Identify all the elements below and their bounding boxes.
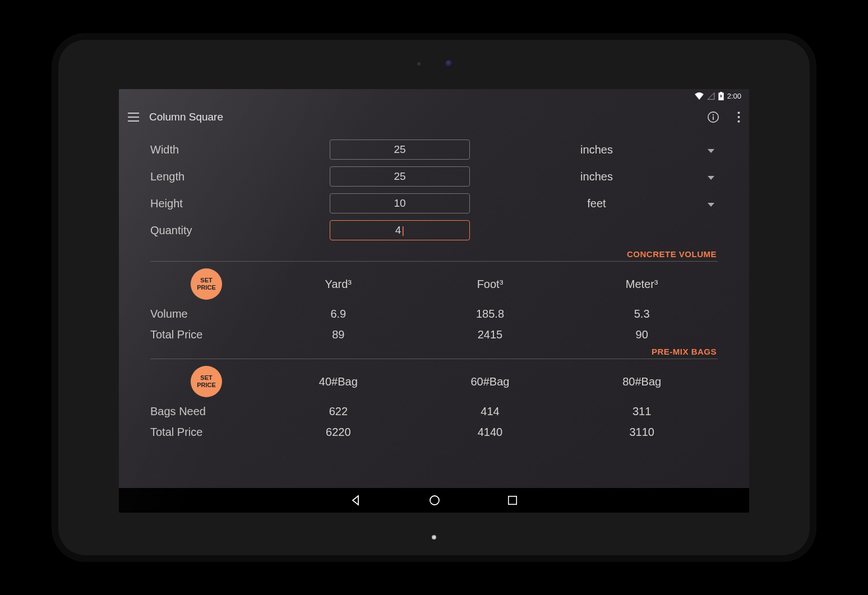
clock: 2:00 — [727, 92, 741, 100]
recents-button[interactable] — [507, 495, 518, 505]
android-navbar — [119, 488, 749, 513]
bags-col-60: 60#Bag — [414, 375, 566, 388]
bags-60: 414 — [414, 405, 566, 418]
premix-bags-title: PRE-MIX BAGS — [150, 347, 718, 356]
height-unit-select[interactable]: feet — [475, 197, 718, 210]
bags-80: 311 — [566, 405, 718, 418]
volume-yard: 6.9 — [262, 308, 414, 320]
width-row: Width inches — [150, 136, 718, 163]
concrete-volume-title: CONCRETE VOLUME — [150, 249, 718, 259]
chevron-down-icon — [708, 170, 714, 183]
volume-col-foot: Foot³ — [414, 278, 566, 291]
svg-point-5 — [738, 111, 740, 114]
svg-point-6 — [738, 116, 740, 118]
divider — [150, 359, 718, 359]
bagsneed-row-label: Bags Need — [150, 405, 262, 418]
bagsprice-60: 4140 — [414, 426, 566, 439]
divider — [150, 261, 718, 262]
svg-point-7 — [738, 120, 740, 123]
status-bar: 2:00 — [119, 89, 749, 103]
home-button[interactable] — [429, 495, 440, 506]
totalprice-yard: 89 — [262, 328, 414, 341]
totalprice-meter: 90 — [566, 328, 718, 341]
totalprice-row-label: Total Price — [150, 328, 262, 341]
quantity-label: Quantity — [150, 224, 324, 237]
volume-foot: 185.8 — [414, 308, 566, 320]
volume-col-yard: Yard³ — [262, 278, 414, 291]
volume-table: SET PRICE Yard³ Foot³ Meter³ Volume 6.9 … — [150, 268, 718, 341]
svg-point-3 — [713, 114, 714, 115]
length-unit: inches — [580, 170, 613, 183]
chevron-down-icon — [708, 197, 714, 210]
volume-col-meter: Meter³ — [566, 278, 718, 291]
bagsprice-40: 6220 — [262, 426, 414, 439]
totalprice-foot: 2415 — [414, 328, 566, 341]
info-icon[interactable] — [707, 111, 719, 123]
height-label: Height — [150, 197, 324, 210]
app-toolbar: Column Square — [119, 103, 749, 132]
set-price-volume-button[interactable]: SET PRICE — [191, 268, 222, 300]
bags-col-40: 40#Bag — [262, 375, 414, 388]
volume-row-label: Volume — [150, 308, 262, 320]
width-unit-select[interactable]: inches — [475, 143, 718, 156]
volume-meter: 5.3 — [566, 308, 718, 320]
width-input[interactable] — [330, 140, 470, 160]
width-unit: inches — [580, 143, 613, 156]
front-camera — [445, 60, 453, 68]
chevron-down-icon — [708, 143, 714, 156]
bags-totalprice-row-label: Total Price — [150, 426, 262, 439]
bags-col-80: 80#Bag — [566, 375, 718, 388]
tablet-frame: 2:00 Column Square Width inches — [58, 40, 810, 555]
overflow-menu-icon[interactable] — [737, 111, 740, 123]
length-input[interactable] — [330, 166, 470, 187]
height-row: Height feet — [150, 190, 718, 217]
length-unit-select[interactable]: inches — [475, 170, 718, 183]
quantity-input[interactable]: 4 — [330, 220, 470, 240]
menu-icon[interactable] — [128, 113, 139, 122]
height-input[interactable] — [330, 193, 470, 213]
svg-rect-1 — [720, 92, 722, 93]
wifi-icon — [695, 92, 704, 100]
svg-point-8 — [430, 496, 439, 505]
bezel-sensor — [417, 62, 421, 66]
home-indicator — [432, 535, 436, 540]
content-area: Width inches Length inches — [119, 132, 749, 488]
height-unit: feet — [587, 197, 606, 210]
back-button[interactable] — [350, 495, 362, 506]
length-label: Length — [150, 170, 324, 183]
battery-icon — [718, 92, 724, 100]
signal-icon — [707, 92, 715, 100]
svg-rect-4 — [713, 117, 714, 120]
svg-rect-9 — [509, 496, 516, 504]
bags-table: SET PRICE 40#Bag 60#Bag 80#Bag Bags Need… — [150, 366, 718, 439]
screen: 2:00 Column Square Width inches — [119, 89, 749, 513]
bags-40: 622 — [262, 405, 414, 418]
length-row: Length inches — [150, 163, 718, 190]
quantity-row: Quantity 4 — [150, 217, 718, 244]
quantity-value: 4 — [395, 224, 405, 236]
width-label: Width — [150, 143, 324, 156]
bagsprice-80: 3110 — [566, 426, 718, 439]
page-title: Column Square — [149, 111, 223, 123]
set-price-bags-button[interactable]: SET PRICE — [191, 366, 222, 397]
